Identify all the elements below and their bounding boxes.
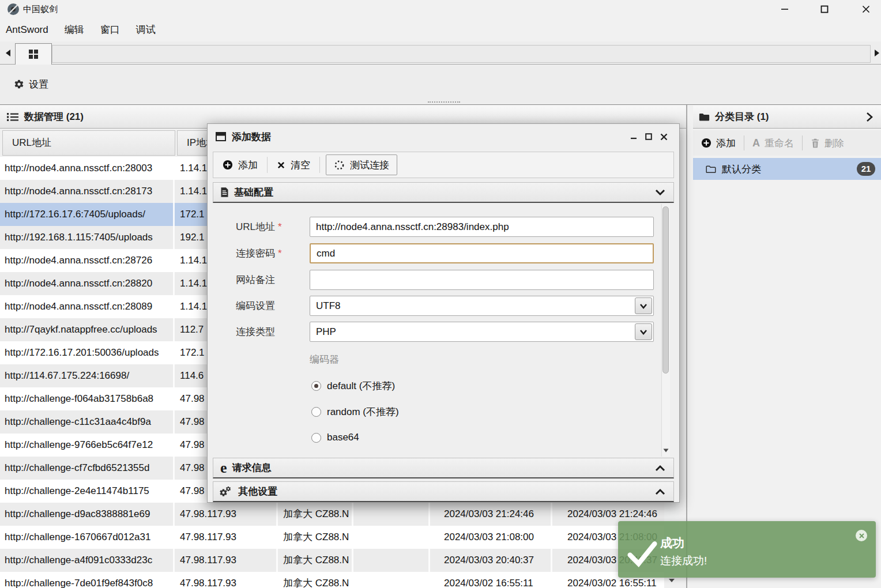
menu-window[interactable]: 窗口 <box>92 18 128 42</box>
section-basic-config[interactable]: 基础配置 <box>213 182 674 203</box>
dialog-title: 添加数据 <box>232 130 271 144</box>
window-title: 中国蚁剑 <box>23 0 58 18</box>
encoding-select[interactable]: UTF8 <box>310 296 654 316</box>
note-input[interactable] <box>310 270 654 290</box>
toast-title: 成功 <box>660 535 684 551</box>
plus-circle-icon <box>223 160 233 170</box>
tab-scroll-left-icon[interactable] <box>1 42 15 64</box>
url-input[interactable] <box>310 217 654 237</box>
connection-type-select[interactable]: PHP <box>310 322 654 342</box>
cell-created: 2024/03/03 21:24:46 <box>432 503 552 526</box>
url-label: URL地址* <box>236 217 282 237</box>
window-minimize-icon[interactable] <box>775 0 795 18</box>
encoder-option-label: base64 <box>327 432 359 443</box>
category-rename-label: 重命名 <box>765 137 794 150</box>
chevron-down-icon[interactable] <box>635 323 652 340</box>
cell-url: http://node4.anna.nssctf.cn:28820 <box>0 272 175 295</box>
cell-ip: 47.98.117.93 <box>176 572 278 588</box>
required-mark: * <box>278 248 282 259</box>
toast-close-icon[interactable] <box>856 530 867 541</box>
window-maximize-icon[interactable] <box>815 0 834 18</box>
dialog-minimize-icon[interactable] <box>630 133 637 140</box>
cell-ip: 47.98.117.93 <box>176 503 278 526</box>
dialog-toolbar: 添加 清空 测试连接 <box>213 152 674 178</box>
app-logo-icon <box>7 3 20 16</box>
cell-url: http://challenge-a4f091c0333d23c <box>0 549 175 572</box>
section-other-label: 其他设置 <box>238 485 277 498</box>
cell-created: 2024/03/03 20:40:37 <box>432 549 552 572</box>
dialog-test-label: 测试连接 <box>350 159 389 172</box>
dialog-titlebar[interactable]: 添加数据 <box>208 124 679 149</box>
menu-antsword[interactable]: AntSword <box>0 18 57 42</box>
cell-url: http://challenge-7de01f9ef843f0c8 <box>0 572 175 588</box>
encoder-option-base64[interactable]: base64 <box>311 432 359 443</box>
cell-url: http://172.16.17.6:7405/uploads/ <box>0 203 175 226</box>
note-label: 网站备注 <box>236 270 275 290</box>
settings-button[interactable]: 设置 <box>10 75 52 93</box>
cell-url: http://challenge-c11c31aa4c4bf9a <box>0 410 175 434</box>
settings-label: 设置 <box>29 78 48 91</box>
cell-url: http://challenge-d9ac8388881e69 <box>0 503 175 526</box>
dialog-scroll-down-icon[interactable] <box>661 445 670 455</box>
cell-url: http://172.16.17.201:50036/uploads <box>0 341 175 364</box>
menu-debug[interactable]: 调试 <box>128 18 164 42</box>
cell-ip: 47.98.117.93 <box>176 526 278 549</box>
table-row[interactable]: http://challenge-d9ac8388881e6947.98.117… <box>0 503 669 526</box>
folder-outline-icon <box>706 165 716 174</box>
cell-created: 2024/03/02 16:55:11 <box>432 572 552 588</box>
category-delete-label: 删除 <box>824 137 844 150</box>
tab-scroll-right-icon[interactable] <box>872 42 881 64</box>
chevron-down-icon[interactable] <box>635 297 652 314</box>
column-header-url[interactable]: URL地址 <box>2 130 175 156</box>
window-close-icon[interactable] <box>856 0 876 18</box>
document-icon <box>220 187 229 198</box>
dialog-close-icon[interactable] <box>660 133 668 141</box>
cell-loc: 加拿大 CZ88.N <box>280 526 353 549</box>
cell-url: http://challenge-2e4e11474b1175 <box>0 480 175 503</box>
gear-icon <box>14 79 24 89</box>
section-other-settings[interactable]: 其他设置 <box>213 481 674 502</box>
cell-url: http://challenge-9766eb5c64f7e12 <box>0 434 175 457</box>
radio-icon[interactable] <box>311 433 321 443</box>
encoding-label: 编码设置 <box>236 296 275 316</box>
antsword-window: 中国蚁剑 AntSword 编辑 窗口 调试 设置 <box>0 0 881 588</box>
splitter-handle[interactable] <box>428 101 460 103</box>
cell-url: http://node4.anna.nssctf.cn:28173 <box>0 180 175 203</box>
cell-note <box>355 572 430 588</box>
tab-home[interactable] <box>15 43 52 65</box>
globe-e-icon: e <box>220 462 227 474</box>
dialog-maximize-icon[interactable] <box>645 133 652 140</box>
section-request-info[interactable]: e 请求信息 <box>213 458 674 478</box>
category-item-default[interactable]: 默认分类 21 <box>693 158 881 180</box>
encoder-option-label: random (不推荐) <box>327 405 399 419</box>
encoder-option-random[interactable]: random (不推荐) <box>311 405 399 419</box>
menu-edit[interactable]: 编辑 <box>57 18 92 42</box>
plus-circle-icon <box>701 138 711 148</box>
category-add-label: 添加 <box>716 137 736 150</box>
radio-icon[interactable] <box>311 381 321 391</box>
list-icon <box>7 112 18 122</box>
cell-url: http://challenge-f064ab31758b6a8 <box>0 387 175 410</box>
category-add-button[interactable]: 添加 <box>693 134 744 152</box>
category-rename-button[interactable]: A 重命名 <box>744 134 802 152</box>
table-row[interactable]: http://challenge-7de01f9ef843f0c847.98.1… <box>0 572 669 588</box>
dialog-add-button[interactable]: 添加 <box>213 155 267 175</box>
chevron-up-icon <box>655 488 665 495</box>
menubar: AntSword 编辑 窗口 调试 <box>0 18 881 42</box>
dialog-clear-button[interactable]: 清空 <box>268 155 319 175</box>
category-delete-button[interactable]: 删除 <box>803 134 852 152</box>
data-panel-title: 数据管理 (21) <box>24 110 84 123</box>
letter-a-icon: A <box>752 137 760 149</box>
encoder-option-default[interactable]: default (不推荐) <box>311 379 395 393</box>
table-row[interactable]: http://challenge-a4f091c0333d23c47.98.11… <box>0 549 669 572</box>
cell-note <box>355 503 430 526</box>
add-data-dialog: 添加数据 添加 清空 <box>207 123 680 503</box>
dialog-test-connection-button[interactable]: 测试连接 <box>326 154 397 175</box>
password-input[interactable] <box>310 243 654 263</box>
window-titlebar: 中国蚁剑 <box>0 0 881 18</box>
radio-icon[interactable] <box>311 407 321 417</box>
collapse-right-icon[interactable] <box>866 112 873 122</box>
dialog-scroll-thumb[interactable] <box>662 206 669 374</box>
table-row[interactable]: http://challenge-1670667d012a3147.98.117… <box>0 526 669 549</box>
section-basic-label: 基础配置 <box>234 186 273 199</box>
